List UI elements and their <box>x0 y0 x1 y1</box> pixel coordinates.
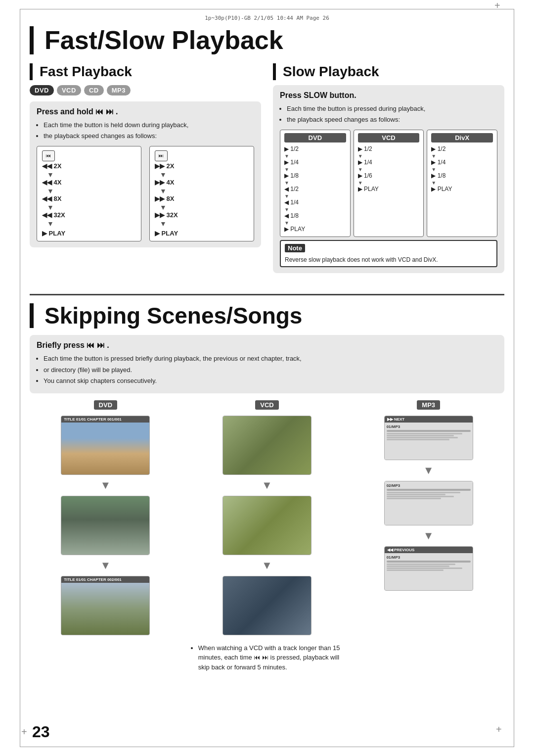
divx-arr2: ▼ <box>431 167 493 172</box>
ff-arrow-1: ▼ <box>155 171 249 179</box>
format-badges: DVD VCD CD MP3 <box>30 85 261 95</box>
page-border-top <box>20 9 514 9</box>
mp3-ss3-topbar: ◀◀ PREVIOUS <box>385 547 473 553</box>
dvd-half-label: ▶ 1/2 <box>284 145 299 152</box>
note-box: Note Reverse slow playback does not work… <box>280 240 497 267</box>
divx-quarter-label: ▶ 1/4 <box>431 159 445 166</box>
fast-playback-column: Fast Playback DVD VCD CD MP3 Press and h… <box>30 63 261 279</box>
ff-2x-label: ▶▶ 2X <box>155 162 175 170</box>
slow-speed-table: DVD ▶ 1/2 ▼ ▶ 1/4 ▼ ▶ 1/8 ▼ ◀ 1/2 ▼ ◀ 1/… <box>280 130 497 237</box>
page-border-left <box>20 9 20 747</box>
skip-mp3-label: MP3 <box>417 400 440 410</box>
skip-bullets: Each time the button is pressed briefly … <box>37 354 497 386</box>
mp3-screenshot-1: ▶▶ NEXT 01/MP3 <box>384 416 473 460</box>
ff-4x-row: ▶▶ 4X <box>155 179 249 186</box>
vcd-arrow-1: ▼ <box>262 479 272 492</box>
vcd-quarter: ▶ 1/4 <box>358 159 420 166</box>
skip-vcd-label: VCD <box>255 400 278 410</box>
dvd-arrow-2: ▼ <box>100 559 111 572</box>
vcd-half-label: ▶ 1/2 <box>358 145 372 152</box>
vcd-note-text: When watching a VCD with a track longer … <box>198 643 343 672</box>
speed-diagram: ⏮ ◀◀ 2X ▼ ◀◀ 4X ▼ ◀◀ 8X ▼ ◀◀ 32X <box>37 146 254 241</box>
rw-arrow-4: ▼ <box>42 220 136 228</box>
vcd-sixth-label: ▶ 1/6 <box>358 172 372 179</box>
slow-press-title: Press SLOW button. <box>280 91 497 100</box>
dvd-play: ▶ PLAY <box>284 226 346 233</box>
divx-play: ▶ PLAY <box>431 186 493 192</box>
rw-4x-label: ◀◀ 4X <box>42 179 62 186</box>
vcd-arrow-2: ▼ <box>262 559 272 572</box>
mp3-ss3-content: 01/MP3 <box>385 553 473 590</box>
slow-dvd-col: DVD ▶ 1/2 ▼ ▶ 1/4 ▼ ▶ 1/8 ▼ ◀ 1/2 ▼ ◀ 1/… <box>280 130 351 237</box>
dvd-ss2-content <box>61 496 149 555</box>
mp3-ss1-topbar: ▶▶ NEXT <box>385 416 473 423</box>
vcd-arr1: ▼ <box>358 153 420 159</box>
rewind-speed-col: ⏮ ◀◀ 2X ▼ ◀◀ 4X ▼ ◀◀ 8X ▼ ◀◀ 32X <box>37 146 141 241</box>
skip-mp3-col: MP3 ▶▶ NEXT 01/MP3 ▼ <box>353 400 504 674</box>
mp3-ss2-inner: 02/MP3 <box>385 481 473 525</box>
ff-4x-label: ▶▶ 4X <box>155 179 175 186</box>
dvd-ss1-content <box>61 423 149 474</box>
ff-arrow-4: ▼ <box>155 220 249 228</box>
mp3-arrow-2: ▼ <box>423 529 434 542</box>
badge-mp3: MP3 <box>107 85 131 95</box>
page-border-bottom <box>20 747 514 747</box>
dvd-play-label: ▶ PLAY <box>284 226 305 233</box>
rewind-icon-btn: ⏮ <box>42 150 55 161</box>
slow-vcd-header: VCD <box>358 133 420 142</box>
badge-dvd: DVD <box>30 85 54 95</box>
skip-bullet-1: Each time the button is pressed briefly … <box>44 354 497 364</box>
ff-icon-btn: ⏭ <box>155 150 168 161</box>
divx-play-label: ▶ PLAY <box>431 186 452 192</box>
slow-divx-header: DivX <box>431 133 493 142</box>
vcd-bottom-note: When watching a VCD with a track longer … <box>191 643 343 674</box>
rw-play-label: ▶ PLAY <box>42 230 65 237</box>
rw-arrow-2: ▼ <box>42 187 136 195</box>
skip-vcd-col: VCD ▼ ▼ When watching a VCD wit <box>191 400 343 674</box>
divx-eighth: ▶ 1/8 <box>431 172 493 179</box>
skipping-section: Skipping Scenes/Songs Briefly press ⏮ ⏭ … <box>30 294 504 674</box>
vcd-ss2-content <box>223 496 311 555</box>
vcd-screenshot-2 <box>222 496 312 555</box>
crosshair-bottom-right <box>498 729 508 739</box>
badge-vcd: VCD <box>57 85 81 95</box>
slow-bullets: Each time the button is pressed during p… <box>280 104 497 125</box>
rw-2x-row: ◀◀ 2X <box>42 162 136 170</box>
dvd-arr6: ▼ <box>284 220 346 226</box>
vcd-sixth: ▶ 1/6 <box>358 172 420 179</box>
mp3-screenshot-2: 02/MP3 <box>384 481 473 525</box>
mp3-screenshot-3: ◀◀ PREVIOUS 01/MP3 <box>384 546 473 591</box>
slow-vcd-col: VCD ▶ 1/2 ▼ ▶ 1/4 ▼ ▶ 1/6 ▼ ▶ PLAY <box>354 130 424 237</box>
divx-half: ▶ 1/2 <box>431 145 493 152</box>
skip-media-columns: DVD TITLE 01/01 CHAPTER 001/001 ▼ ▼ TITL… <box>30 400 504 674</box>
rw-8x-label: ◀◀ 8X <box>42 195 62 202</box>
vcd-screenshot-1 <box>222 416 312 475</box>
page-border-right <box>514 9 514 747</box>
dvd-half: ▶ 1/2 <box>284 145 346 152</box>
dvd-eighth-label: ▶ 1/8 <box>284 172 299 179</box>
note-header: Note <box>285 244 305 252</box>
dvd-arr1: ▼ <box>284 153 346 159</box>
divx-arr3: ▼ <box>431 180 493 186</box>
skip-bullet-2: or directory (file) will be played. <box>44 365 497 375</box>
vcd-ss2-inner <box>223 496 311 555</box>
mp3-arrow-1: ▼ <box>423 464 434 477</box>
fast-bullet-2: the playback speed changes as follows: <box>44 131 254 141</box>
vcd-half: ▶ 1/2 <box>358 145 420 152</box>
vcd-arr2: ▼ <box>358 167 420 172</box>
skip-dvd-col: DVD TITLE 01/01 CHAPTER 001/001 ▼ ▼ TITL… <box>30 400 181 674</box>
dvd-screenshot-2 <box>61 496 150 555</box>
dvd-arr3: ▼ <box>284 180 346 186</box>
rw-32x-row: ◀◀ 32X <box>42 211 136 219</box>
dvd-rew-quarter: ◀ 1/4 <box>284 199 346 206</box>
mp3-ss2-content: 02/MP3 <box>385 481 473 525</box>
slow-dvd-header: DVD <box>284 133 346 142</box>
vcd-play-label: ▶ PLAY <box>358 186 379 192</box>
dvd-rew-eighth: ◀ 1/8 <box>284 212 346 219</box>
dvd-ss3-topbar: TITLE 01/01 CHAPTER 002/001 <box>61 576 149 583</box>
dvd-rew-quarter-label: ◀ 1/4 <box>284 199 299 206</box>
dvd-arr2: ▼ <box>284 167 346 172</box>
dvd-ss2-inner <box>61 496 149 555</box>
dvd-screenshot-3: TITLE 01/01 CHAPTER 002/001 <box>61 576 150 635</box>
slow-bullet-2: the playback speed changes as follows: <box>287 115 497 125</box>
